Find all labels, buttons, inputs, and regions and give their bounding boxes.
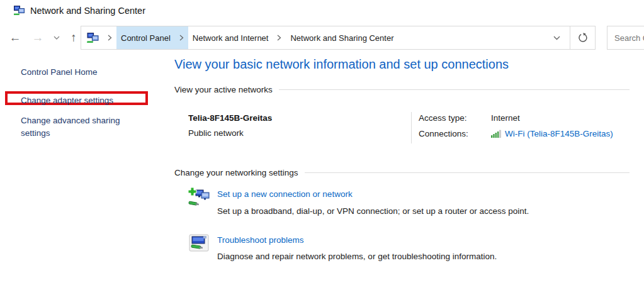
network-type: Public network: [188, 128, 244, 138]
network-divider: [411, 112, 412, 143]
address-bar[interactable]: Control Panel Network and Internet Netwo…: [81, 26, 596, 50]
setup-connection-description: Set up a broadband, dial-up, or VPN conn…: [217, 206, 529, 216]
breadcrumb-segment-control-panel[interactable]: Control Panel: [116, 26, 175, 49]
section-divider: [305, 172, 630, 173]
forward-button[interactable]: →: [28, 26, 48, 50]
sidebar-item-control-panel-home[interactable]: Control Panel Home: [21, 67, 98, 77]
connections-value: Wi-Fi (Telia-8F145B-Greitas): [491, 129, 613, 138]
wifi-connection-link[interactable]: Wi-Fi (Telia-8F145B-Greitas): [505, 129, 613, 138]
new-connection-icon: [188, 187, 210, 208]
search-box[interactable]: [607, 26, 644, 50]
back-button[interactable]: ←: [5, 26, 25, 50]
breadcrumb-chevron-icon[interactable]: [273, 26, 286, 49]
search-input[interactable]: [607, 26, 644, 49]
breadcrumb-chevron-icon[interactable]: [175, 26, 188, 49]
network-icon: [81, 26, 103, 49]
page-title: View your basic network information and …: [174, 57, 509, 72]
refresh-icon[interactable]: [570, 26, 595, 49]
breadcrumb-segment-network-and-sharing-center[interactable]: Network and Sharing Center: [286, 26, 398, 49]
section-title: Change your networking settings: [174, 168, 298, 177]
setup-connection-link[interactable]: Set up a new connection or network: [217, 189, 353, 199]
network-name: Telia-8F145B-Greitas: [188, 113, 272, 123]
sidebar-item-change-adapter-settings[interactable]: Change adapter settings: [21, 96, 113, 105]
breadcrumb-segment-network-and-internet[interactable]: Network and Internet: [188, 26, 273, 49]
access-type-value: Internet: [491, 113, 613, 123]
recent-locations-chevron-icon[interactable]: [49, 26, 64, 50]
task-troubleshoot: Troubleshoot problems Diagnose and repai…: [188, 232, 497, 261]
active-networks-section-header: View your active networks: [174, 85, 630, 94]
wifi-signal-icon: [491, 130, 502, 138]
address-dropdown-chevron-icon[interactable]: [543, 26, 570, 49]
network-icon: [14, 6, 25, 16]
window-title: Network and Sharing Center: [30, 6, 145, 16]
sidebar-item-change-advanced-sharing-settings[interactable]: Change advanced sharing settings: [21, 115, 135, 140]
troubleshoot-link[interactable]: Troubleshoot problems: [217, 235, 304, 245]
network-details: Access type: Internet Connections: Wi-Fi…: [419, 113, 613, 138]
troubleshoot-icon: [188, 233, 210, 254]
task-setup-connection: Set up a new connection or network Set u…: [188, 186, 529, 216]
access-type-label: Access type:: [419, 113, 491, 123]
section-divider: [279, 89, 630, 90]
title-bar: Network and Sharing Center: [0, 0, 644, 21]
troubleshoot-description: Diagnose and repair network problems, or…: [217, 252, 497, 261]
section-title: View your active networks: [174, 85, 273, 94]
navigation-toolbar: ← → ↑ Control Panel Network and Internet…: [0, 26, 644, 50]
settings-section-header: Change your networking settings: [174, 168, 630, 177]
breadcrumb-chevron-icon[interactable]: [103, 26, 116, 49]
connections-label: Connections:: [419, 129, 491, 138]
address-bar-spacer: [398, 26, 544, 49]
